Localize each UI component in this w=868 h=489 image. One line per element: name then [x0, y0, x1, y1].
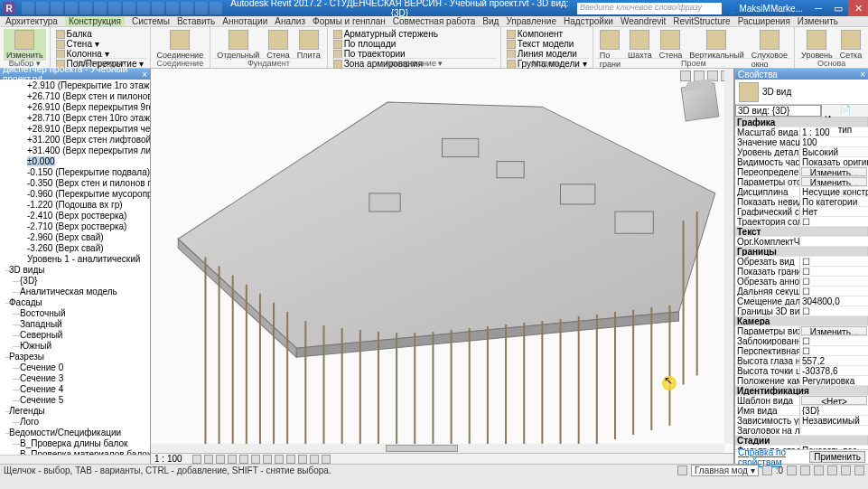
tree-node[interactable]: Сечение 4: [0, 384, 150, 395]
property-row[interactable]: Обрезать аннотации: [735, 277, 868, 287]
user-account[interactable]: 👤 MaksiMMarke...: [727, 4, 803, 14]
reveal-icon[interactable]: [298, 455, 307, 464]
tree-node[interactable]: +28.910 (Верх перекрытия чердака): [0, 124, 150, 135]
tree-node[interactable]: Уровень 1 - аналитический: [0, 254, 150, 265]
property-row[interactable]: Границы 3D вида: [735, 306, 868, 316]
tab-аннотации[interactable]: Аннотации: [222, 16, 267, 26]
tree-node[interactable]: -2.710 (Верх ростверка): [0, 221, 150, 232]
tree-node[interactable]: -2.410 (Верх ростверка): [0, 211, 150, 221]
property-row[interactable]: Графический стиль ра...Нет: [735, 207, 868, 217]
close-button[interactable]: ✕: [848, 0, 868, 16]
property-row[interactable]: Перспективная: [735, 346, 868, 356]
qat-switch-icon[interactable]: [166, 2, 179, 14]
tree-node[interactable]: Западный: [0, 319, 150, 330]
property-row[interactable]: Показать невидимые ...По категории: [735, 197, 868, 207]
property-row[interactable]: Видимость частейПоказать оригинал: [735, 157, 868, 167]
help-search-input[interactable]: Введите ключевое слово/фразу: [577, 3, 722, 14]
temp-hide-icon[interactable]: [286, 455, 295, 464]
status-select-link-icon[interactable]: [787, 465, 797, 475]
tree-node[interactable]: Ведомости/Спецификации: [0, 428, 150, 438]
ribbon-button[interactable]: Отдельный: [214, 29, 262, 61]
property-row[interactable]: Масштаб вида1 : 100: [735, 127, 868, 137]
crop-icon[interactable]: [251, 455, 260, 464]
property-row[interactable]: Показать границу обр...: [735, 267, 868, 277]
apply-button[interactable]: Применить: [809, 451, 865, 463]
qat-open-icon[interactable]: [22, 2, 34, 14]
qat-redo-icon[interactable]: [65, 2, 78, 14]
tree-node[interactable]: +2.910 (Перекрытие 1го этажа): [0, 80, 150, 91]
minimize-button[interactable]: ─: [808, 0, 828, 16]
sun-path-icon[interactable]: [216, 455, 225, 464]
tree-node[interactable]: +26.910 (Верх перекрытия 9го этажа): [0, 102, 150, 113]
tree-node[interactable]: +26.710 (Верх стен и пилонов 9го этажа): [0, 91, 150, 102]
tab-совместная работа[interactable]: Совместная работа: [393, 16, 476, 26]
ribbon-item[interactable]: Компонент: [505, 29, 589, 39]
qat-thin-icon[interactable]: [137, 2, 150, 14]
tree-node[interactable]: 3D виды: [0, 265, 150, 276]
ribbon-button[interactable]: Шахта: [625, 29, 655, 61]
property-row[interactable]: Смещение дальнего п...304800,0: [735, 296, 868, 306]
ribbon-button[interactable]: Стена: [657, 29, 686, 61]
type-selector[interactable]: 3D вид: [735, 80, 868, 105]
tree-node[interactable]: +31.200 (Верх стен лифтовой шахты): [0, 135, 150, 146]
status-select-face-icon[interactable]: [827, 465, 837, 475]
tree-node[interactable]: Легенды: [0, 406, 150, 417]
property-row[interactable]: Переопределения вид...Изменить...: [735, 167, 868, 177]
project-browser-scrollbar[interactable]: [0, 455, 150, 464]
tab-анализ[interactable]: Анализ: [275, 16, 305, 26]
property-row[interactable]: ДисциплинаНесущие конструкции: [735, 187, 868, 197]
property-row[interactable]: Высота глаза наблюд...557,2: [735, 356, 868, 366]
tree-node[interactable]: ±0.000: [0, 156, 150, 167]
app-logo[interactable]: R: [3, 2, 15, 14]
status-drag-icon[interactable]: [841, 465, 851, 475]
project-browser-close-icon[interactable]: ×: [142, 70, 147, 80]
property-row[interactable]: Заблокированная ори...: [735, 336, 868, 346]
ribbon-button[interactable]: Сетка: [837, 29, 864, 61]
properties-close-icon[interactable]: ×: [860, 70, 865, 80]
qat-close-icon[interactable]: [152, 2, 164, 14]
edit-type-button[interactable]: 📄 Изменить тип: [821, 105, 868, 117]
tree-node[interactable]: -0.150 (Перекрытие подвала): [0, 167, 150, 178]
qat-save-icon[interactable]: [36, 2, 49, 14]
project-browser-tree[interactable]: +2.910 (Перекрытие 1го этажа)+26.710 (Ве…: [0, 80, 150, 455]
qat-print-icon[interactable]: [79, 2, 92, 14]
property-row[interactable]: Имя вида{3D}: [735, 406, 868, 416]
status-select-pinned-icon[interactable]: [814, 465, 824, 475]
visual-style-icon[interactable]: [204, 455, 213, 464]
tree-node[interactable]: Сечение 3: [0, 373, 150, 384]
qat-3d-icon[interactable]: [181, 2, 193, 14]
type-combo[interactable]: 3D вид: {3D}: [735, 105, 821, 117]
tab-управление[interactable]: Управление: [506, 16, 556, 26]
tree-node[interactable]: -0.350 (Верх стен и пилонов подвала): [0, 178, 150, 189]
crop-show-icon[interactable]: [263, 455, 272, 464]
view-scale[interactable]: 1 : 100: [154, 454, 182, 464]
constraints-icon[interactable]: [322, 455, 331, 464]
tree-node[interactable]: Северный: [0, 330, 150, 341]
render-icon[interactable]: [239, 455, 248, 464]
ribbon-item[interactable]: По площади: [331, 39, 497, 49]
maximize-button[interactable]: ▭: [828, 0, 848, 16]
tree-node[interactable]: Восточный: [0, 308, 150, 319]
qat-measure-icon[interactable]: [94, 2, 107, 14]
ribbon-item[interactable]: Арматурный стержень: [331, 29, 497, 39]
qat-align-icon[interactable]: [108, 2, 121, 14]
tab-архитектура[interactable]: Архитектура: [5, 16, 58, 26]
status-select-underlay-icon[interactable]: [800, 465, 810, 475]
property-row[interactable]: Значение масшта...100: [735, 137, 868, 147]
property-row[interactable]: Шаблон вида<Нет>: [735, 396, 868, 406]
tree-node[interactable]: Сечение 0: [0, 362, 150, 373]
property-row[interactable]: Положение камерыРегулировка: [735, 376, 868, 386]
tab-надстройки[interactable]: Надстройки: [564, 16, 613, 26]
property-row[interactable]: Высота точки цели-30378,6: [735, 366, 868, 376]
lock-3d-icon[interactable]: [275, 455, 284, 464]
property-row[interactable]: Траектория солнца: [735, 217, 868, 227]
tree-node[interactable]: Сечение 5: [0, 395, 150, 406]
tab-расширения[interactable]: Расширения: [738, 16, 790, 26]
ribbon-button[interactable]: Вертикальный: [686, 29, 747, 61]
modify-button[interactable]: Изменить: [4, 29, 46, 61]
qat-section-icon[interactable]: [123, 2, 135, 14]
ribbon-item[interactable]: Текст модели: [505, 39, 589, 49]
property-row[interactable]: Зависимость уровняНезависимый: [735, 416, 868, 426]
viewport-3d[interactable]: 1 : 100: [151, 69, 734, 464]
tab-weandrevit[interactable]: Weandrevit: [621, 16, 666, 26]
